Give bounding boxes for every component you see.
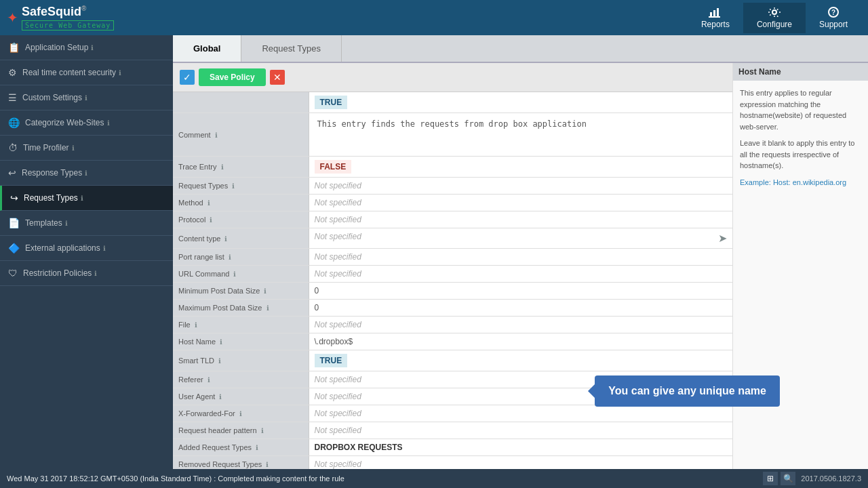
sidebar: 📋 Application Setup ℹ ⚙ Real time conten…	[0, 35, 173, 469]
sidebar-item-restriction-policies[interactable]: 🛡 Restriction Policies ℹ	[0, 261, 173, 286]
url-command-value: Not specified	[309, 266, 732, 283]
trace-entry-label: Trace Entry ℹ	[173, 157, 309, 178]
nav-reports[interactable]: Reports	[688, 3, 743, 33]
entry-status-label	[173, 92, 309, 113]
tooltip-bubble: You can give any unique name	[595, 375, 780, 407]
sidebar-item-label: Application Setup	[25, 43, 88, 52]
sidebar-item-external-applications[interactable]: 🔷 External applications ℹ	[0, 236, 173, 261]
method-label: Method ℹ	[173, 195, 309, 211]
table-row-comment: Comment ℹ This entry finds the requests …	[173, 113, 732, 157]
content-type-label: Content type ℹ	[173, 228, 309, 249]
table-row-file: File ℹ Not specified	[173, 317, 732, 333]
port-range-value: Not specified	[309, 249, 732, 266]
smart-tld-value: TRUE	[309, 350, 732, 371]
removed-request-types-value: Not specified	[309, 456, 732, 470]
header: ✦ SafeSquid® Secure Web Gateway Reports …	[0, 0, 868, 35]
request-types-label: Request Types ℹ	[173, 178, 309, 195]
table-row-url-command: URL Command ℹ Not specified	[173, 266, 732, 283]
table-row-removed-request-types: Removed Request Types ℹ Not specified	[173, 456, 732, 470]
min-post-data-value: 0	[309, 283, 732, 300]
request-types-value: Not specified	[309, 178, 732, 195]
table-row-port-range: Port range list ℹ Not specified	[173, 249, 732, 266]
tab-global[interactable]: Global	[173, 35, 241, 62]
request-types-icon: ↪	[10, 192, 18, 203]
sidebar-item-label: Real time content security	[22, 68, 116, 77]
method-value: Not specified	[309, 195, 732, 211]
sidebar-item-real-time-content[interactable]: ⚙ Real time content security ℹ	[0, 60, 173, 85]
example-value: Host: en.wikipedia.org	[773, 178, 846, 186]
referer-label: Referer ℹ	[173, 371, 309, 388]
logo-text: SafeSquid®	[22, 5, 114, 19]
sidebar-item-custom-settings[interactable]: ☰ Custom Settings ℹ	[0, 85, 173, 110]
fields-table: TRUE Comment ℹ This entry finds the requ…	[173, 92, 732, 469]
removed-request-types-label: Removed Request Types ℹ	[173, 456, 309, 470]
templates-icon: 📄	[8, 218, 20, 228]
x-forwarded-for-value: Not specified	[309, 405, 732, 422]
added-request-types-label: Added Request Types ℹ	[173, 439, 309, 456]
save-policy-button[interactable]: Save Policy	[199, 68, 266, 86]
response-types-icon: ↩	[8, 167, 16, 178]
x-forwarded-for-label: X-Forwarded-For ℹ	[173, 405, 309, 422]
logo-star: ✦	[7, 9, 18, 26]
file-value: Not specified	[309, 317, 732, 333]
table-row-method: Method ℹ Not specified	[173, 195, 732, 211]
content-type-value: Not specified ➤	[309, 228, 732, 249]
nav-support[interactable]: ? Support	[806, 3, 861, 33]
sidebar-item-time-profiler[interactable]: ⏱ Time Profiler ℹ	[0, 136, 173, 161]
right-panel-text2: Leave it blank to apply this entry to al…	[740, 138, 861, 171]
table-row-request-header-pattern: Request header pattern ℹ Not specified	[173, 422, 732, 439]
table-row-smart-tld: Smart TLD ℹ TRUE	[173, 350, 732, 371]
request-header-pattern-value: Not specified	[309, 422, 732, 439]
categorize-icon: 🌐	[8, 117, 20, 128]
external-apps-icon: 🔷	[8, 243, 20, 253]
protocol-label: Protocol ℹ	[173, 211, 309, 228]
table-row-added-request-types: Added Request Types ℹ DROPBOX REQUESTS	[173, 439, 732, 456]
table-row-entry-status: TRUE	[173, 92, 732, 113]
svg-point-4	[772, 10, 776, 14]
sidebar-item-categorize-websites[interactable]: 🌐 Categorize Web-Sites ℹ	[0, 110, 173, 136]
table-row-request-types: Request Types ℹ Not specified	[173, 178, 732, 195]
sidebar-item-templates[interactable]: 📄 Templates ℹ	[0, 211, 173, 236]
svg-rect-2	[717, 8, 719, 18]
comment-value[interactable]: This entry finds the requests from drop …	[309, 113, 732, 157]
tab-request-types[interactable]: Request Types	[241, 35, 341, 62]
nav-configure[interactable]: Configure	[743, 3, 806, 33]
right-panel: Host Name This entry applies to regular …	[732, 63, 868, 469]
right-panel-text1: This entry applies to regular expression…	[740, 87, 861, 132]
sidebar-item-label: External applications	[25, 243, 100, 253]
svg-rect-3	[709, 16, 720, 18]
checkbox-icon[interactable]: ✓	[180, 70, 195, 85]
example-label: Example:	[740, 178, 771, 186]
sidebar-item-request-types[interactable]: ↪ Request Types ℹ	[0, 186, 173, 211]
real-time-icon: ⚙	[8, 67, 17, 78]
sidebar-item-label: Response Types	[22, 168, 82, 178]
added-request-types-value: DROPBOX REQUESTS	[309, 439, 732, 456]
user-agent-label: User Agent ℹ	[173, 388, 309, 405]
application-setup-icon: 📋	[8, 42, 20, 53]
toolbar: ✓ Save Policy ✕	[173, 63, 732, 92]
entry-status-value: TRUE	[309, 92, 732, 113]
comment-label: Comment ℹ	[173, 113, 309, 157]
sidebar-item-label: Restriction Policies	[23, 268, 92, 278]
file-label: File ℹ	[173, 317, 309, 333]
max-post-data-label: Maximum Post Data Size ℹ	[173, 300, 309, 317]
delete-icon[interactable]: ✕	[270, 70, 285, 85]
sidebar-item-label: Categorize Web-Sites	[25, 118, 104, 127]
table-row-max-post-data: Maximum Post Data Size ℹ 0	[173, 300, 732, 317]
sidebar-item-application-setup[interactable]: 📋 Application Setup ℹ	[0, 35, 173, 60]
protocol-value: Not specified	[309, 211, 732, 228]
table-row-host-name: Host Name ℹ \.dropbox$	[173, 333, 732, 350]
comment-textarea[interactable]: This entry finds the requests from drop …	[315, 117, 728, 150]
smart-tld-label: Smart TLD ℹ	[173, 350, 309, 371]
custom-settings-icon: ☰	[8, 92, 17, 103]
logo-subtitle: Secure Web Gateway	[22, 20, 114, 30]
svg-text:?: ?	[831, 9, 835, 16]
right-panel-example: Example: Host: en.wikipedia.org	[740, 177, 861, 188]
sidebar-item-response-types[interactable]: ↩ Response Types ℹ	[0, 161, 173, 186]
send-icon: ➤	[718, 232, 727, 245]
trace-entry-value: FALSE	[309, 157, 732, 178]
min-post-data-label: Minimum Post Data Size ℹ	[173, 283, 309, 300]
sidebar-item-label: Time Profiler	[23, 143, 69, 152]
tabs: Global Request Types	[173, 35, 868, 63]
host-name-value: \.dropbox$	[309, 333, 732, 350]
